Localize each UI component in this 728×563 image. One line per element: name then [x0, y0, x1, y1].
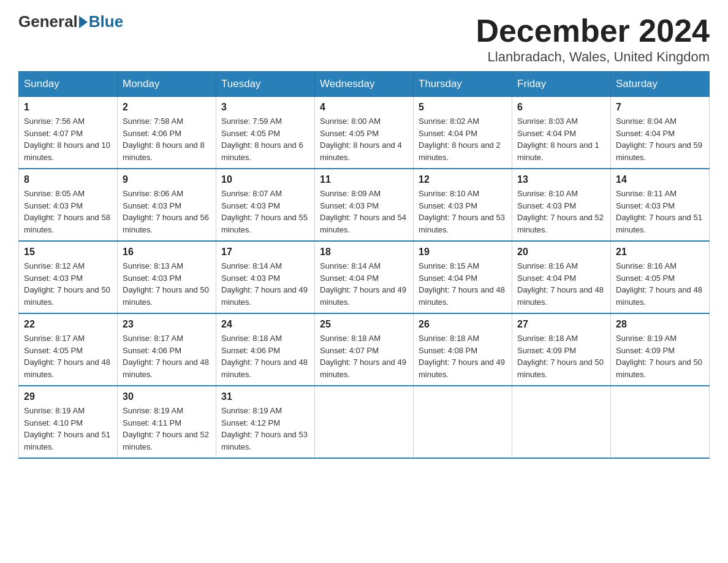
- day-number: 15: [24, 247, 112, 258]
- day-number: 17: [221, 247, 309, 258]
- calendar-cell: 20 Sunrise: 8:16 AM Sunset: 4:04 PM Dayl…: [512, 241, 611, 313]
- day-number: 10: [221, 174, 309, 185]
- calendar-cell: 1 Sunrise: 7:56 AM Sunset: 4:07 PM Dayli…: [19, 97, 118, 169]
- weekday-header-wednesday: Wednesday: [315, 72, 414, 97]
- calendar-cell: 21 Sunrise: 8:16 AM Sunset: 4:05 PM Dayl…: [611, 241, 710, 313]
- calendar-cell: 17 Sunrise: 8:14 AM Sunset: 4:03 PM Dayl…: [216, 241, 315, 313]
- day-info: Sunrise: 7:59 AM Sunset: 4:05 PM Dayligh…: [221, 117, 303, 162]
- day-number: 29: [24, 391, 112, 402]
- calendar-cell: 18 Sunrise: 8:14 AM Sunset: 4:04 PM Dayl…: [315, 241, 414, 313]
- day-number: 27: [517, 319, 605, 330]
- calendar-cell: 10 Sunrise: 8:07 AM Sunset: 4:03 PM Dayl…: [216, 169, 315, 241]
- day-number: 21: [616, 247, 704, 258]
- day-number: 19: [419, 247, 507, 258]
- calendar-cell: 11 Sunrise: 8:09 AM Sunset: 4:03 PM Dayl…: [315, 169, 414, 241]
- day-number: 18: [320, 247, 408, 258]
- weekday-header-thursday: Thursday: [414, 72, 512, 97]
- day-number: 7: [616, 102, 704, 113]
- day-info: Sunrise: 7:58 AM Sunset: 4:06 PM Dayligh…: [123, 117, 205, 162]
- calendar-week-4: 22 Sunrise: 8:17 AM Sunset: 4:05 PM Dayl…: [19, 313, 710, 386]
- day-number: 13: [517, 174, 605, 185]
- day-number: 24: [221, 319, 309, 330]
- day-info: Sunrise: 8:18 AM Sunset: 4:07 PM Dayligh…: [320, 334, 406, 379]
- day-info: Sunrise: 8:14 AM Sunset: 4:03 PM Dayligh…: [221, 261, 308, 307]
- day-info: Sunrise: 8:09 AM Sunset: 4:03 PM Dayligh…: [320, 189, 406, 234]
- calendar-table: SundayMondayTuesdayWednesdayThursdayFrid…: [18, 71, 710, 459]
- calendar-cell: 27 Sunrise: 8:18 AM Sunset: 4:09 PM Dayl…: [512, 313, 611, 386]
- day-number: 5: [419, 102, 507, 113]
- day-info: Sunrise: 8:00 AM Sunset: 4:05 PM Dayligh…: [320, 117, 402, 162]
- calendar-cell: 16 Sunrise: 8:13 AM Sunset: 4:03 PM Dayl…: [118, 241, 216, 313]
- calendar-cell: [512, 386, 611, 458]
- day-number: 22: [24, 319, 112, 330]
- calendar-cell: 31 Sunrise: 8:19 AM Sunset: 4:12 PM Dayl…: [216, 386, 315, 458]
- logo-arrow-icon: [79, 16, 88, 28]
- day-info: Sunrise: 8:10 AM Sunset: 4:03 PM Dayligh…: [517, 189, 604, 234]
- calendar-cell: 24 Sunrise: 8:18 AM Sunset: 4:06 PM Dayl…: [216, 313, 315, 386]
- calendar-cell: 13 Sunrise: 8:10 AM Sunset: 4:03 PM Dayl…: [512, 169, 611, 241]
- day-info: Sunrise: 8:18 AM Sunset: 4:08 PM Dayligh…: [419, 334, 505, 379]
- calendar-cell: 22 Sunrise: 8:17 AM Sunset: 4:05 PM Dayl…: [19, 313, 118, 386]
- calendar-cell: 2 Sunrise: 7:58 AM Sunset: 4:06 PM Dayli…: [118, 97, 216, 169]
- calendar-cell: 28 Sunrise: 8:19 AM Sunset: 4:09 PM Dayl…: [611, 313, 710, 386]
- day-number: 28: [616, 319, 704, 330]
- logo-general-text: General: [18, 12, 78, 31]
- day-number: 11: [320, 174, 408, 185]
- weekday-header-tuesday: Tuesday: [216, 72, 315, 97]
- calendar-week-3: 15 Sunrise: 8:12 AM Sunset: 4:03 PM Dayl…: [19, 241, 710, 313]
- day-info: Sunrise: 8:19 AM Sunset: 4:10 PM Dayligh…: [24, 406, 110, 451]
- calendar-cell: 29 Sunrise: 8:19 AM Sunset: 4:10 PM Dayl…: [19, 386, 118, 458]
- location-text: Llanbradach, Wales, United Kingdom: [476, 49, 710, 65]
- calendar-cell: 6 Sunrise: 8:03 AM Sunset: 4:04 PM Dayli…: [512, 97, 611, 169]
- day-number: 26: [419, 319, 507, 330]
- day-info: Sunrise: 8:12 AM Sunset: 4:03 PM Dayligh…: [24, 261, 110, 307]
- weekday-header-row: SundayMondayTuesdayWednesdayThursdayFrid…: [19, 72, 710, 97]
- day-number: 6: [517, 102, 605, 113]
- calendar-cell: 19 Sunrise: 8:15 AM Sunset: 4:04 PM Dayl…: [414, 241, 512, 313]
- calendar-week-5: 29 Sunrise: 8:19 AM Sunset: 4:10 PM Dayl…: [19, 386, 710, 458]
- day-info: Sunrise: 8:13 AM Sunset: 4:03 PM Dayligh…: [123, 261, 209, 307]
- day-number: 2: [123, 102, 211, 113]
- day-number: 1: [24, 102, 112, 113]
- day-info: Sunrise: 8:16 AM Sunset: 4:04 PM Dayligh…: [517, 261, 604, 307]
- calendar-cell: 30 Sunrise: 8:19 AM Sunset: 4:11 PM Dayl…: [118, 386, 216, 458]
- calendar-cell: 8 Sunrise: 8:05 AM Sunset: 4:03 PM Dayli…: [19, 169, 118, 241]
- day-number: 3: [221, 102, 309, 113]
- day-info: Sunrise: 8:03 AM Sunset: 4:04 PM Dayligh…: [517, 117, 599, 162]
- calendar-cell: 26 Sunrise: 8:18 AM Sunset: 4:08 PM Dayl…: [414, 313, 512, 386]
- calendar-cell: 4 Sunrise: 8:00 AM Sunset: 4:05 PM Dayli…: [315, 97, 414, 169]
- day-number: 20: [517, 247, 605, 258]
- day-info: Sunrise: 8:10 AM Sunset: 4:03 PM Dayligh…: [419, 189, 505, 234]
- calendar-cell: 23 Sunrise: 8:17 AM Sunset: 4:06 PM Dayl…: [118, 313, 216, 386]
- calendar-cell: 7 Sunrise: 8:04 AM Sunset: 4:04 PM Dayli…: [611, 97, 710, 169]
- weekday-header-saturday: Saturday: [611, 72, 710, 97]
- calendar-cell: 5 Sunrise: 8:02 AM Sunset: 4:04 PM Dayli…: [414, 97, 512, 169]
- day-number: 31: [221, 391, 309, 402]
- month-title: December 2024: [476, 12, 710, 49]
- calendar-cell: 15 Sunrise: 8:12 AM Sunset: 4:03 PM Dayl…: [19, 241, 118, 313]
- logo-blue-text: Blue: [89, 12, 123, 31]
- day-info: Sunrise: 8:19 AM Sunset: 4:09 PM Dayligh…: [616, 334, 702, 379]
- day-number: 12: [419, 174, 507, 185]
- calendar-cell: 12 Sunrise: 8:10 AM Sunset: 4:03 PM Dayl…: [414, 169, 512, 241]
- day-number: 4: [320, 102, 408, 113]
- weekday-header-monday: Monday: [118, 72, 216, 97]
- day-info: Sunrise: 8:06 AM Sunset: 4:03 PM Dayligh…: [123, 189, 209, 234]
- calendar-cell: 14 Sunrise: 8:11 AM Sunset: 4:03 PM Dayl…: [611, 169, 710, 241]
- day-info: Sunrise: 8:14 AM Sunset: 4:04 PM Dayligh…: [320, 261, 406, 307]
- page-header: General Blue December 2024 Llanbradach, …: [18, 12, 710, 65]
- calendar-cell: [315, 386, 414, 458]
- day-info: Sunrise: 8:15 AM Sunset: 4:04 PM Dayligh…: [419, 261, 505, 307]
- calendar-cell: 25 Sunrise: 8:18 AM Sunset: 4:07 PM Dayl…: [315, 313, 414, 386]
- day-info: Sunrise: 8:05 AM Sunset: 4:03 PM Dayligh…: [24, 189, 110, 234]
- calendar-cell: [414, 386, 512, 458]
- day-info: Sunrise: 7:56 AM Sunset: 4:07 PM Dayligh…: [24, 117, 110, 162]
- day-info: Sunrise: 8:02 AM Sunset: 4:04 PM Dayligh…: [419, 117, 501, 162]
- day-number: 23: [123, 319, 211, 330]
- day-info: Sunrise: 8:07 AM Sunset: 4:03 PM Dayligh…: [221, 189, 308, 234]
- calendar-week-2: 8 Sunrise: 8:05 AM Sunset: 4:03 PM Dayli…: [19, 169, 710, 241]
- calendar-week-1: 1 Sunrise: 7:56 AM Sunset: 4:07 PM Dayli…: [19, 97, 710, 169]
- day-number: 25: [320, 319, 408, 330]
- day-number: 14: [616, 174, 704, 185]
- calendar-cell: 3 Sunrise: 7:59 AM Sunset: 4:05 PM Dayli…: [216, 97, 315, 169]
